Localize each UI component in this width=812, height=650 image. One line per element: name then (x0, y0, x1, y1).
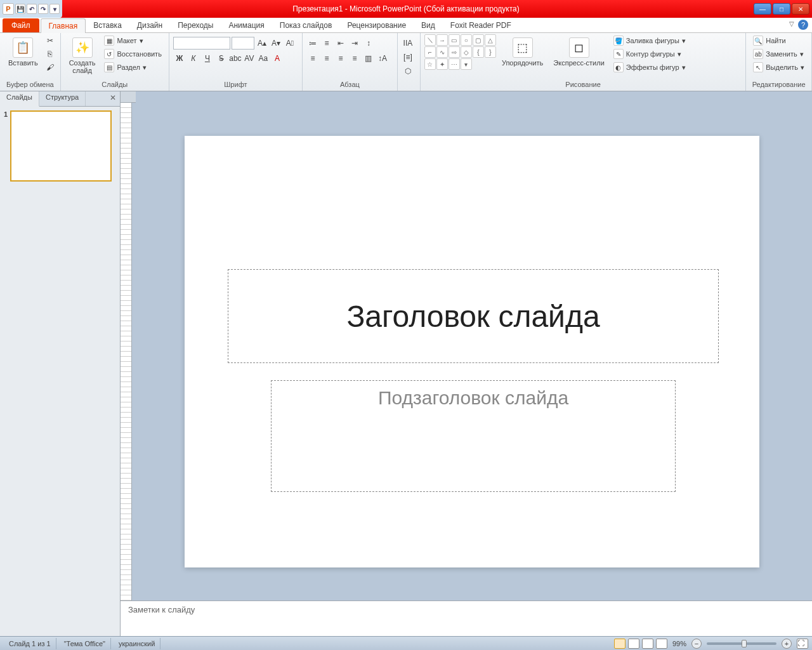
numbering-icon[interactable]: ≡ (320, 37, 333, 50)
shape-fill-button[interactable]: 🪣Заливка фигуры ▾ (610, 34, 689, 47)
left-panel-close-icon[interactable]: ✕ (106, 91, 120, 106)
shape-oval-icon[interactable]: ○ (461, 34, 472, 46)
minimize-button[interactable]: — (754, 3, 771, 15)
view-reading-icon[interactable] (642, 639, 653, 649)
minimize-ribbon-icon[interactable]: ▽ (789, 20, 794, 27)
thumbnail-item[interactable]: 1 (4, 110, 116, 182)
copy-icon[interactable]: ⎘ (44, 48, 56, 60)
format-painter-icon[interactable]: 🖌 (44, 61, 56, 74)
status-language[interactable]: украинский (114, 638, 160, 649)
help-icon[interactable]: ? (798, 20, 808, 30)
cut-icon[interactable]: ✂ (44, 34, 56, 47)
tab-design[interactable]: Дизайн (129, 18, 170, 32)
shape-star2-icon[interactable]: ✦ (436, 58, 448, 70)
tab-outline[interactable]: Структура (39, 91, 86, 106)
columns-icon[interactable]: ▥ (362, 52, 375, 65)
shape-effects-button[interactable]: ◐Эффекты фигур ▾ (610, 61, 689, 74)
bold-icon[interactable]: Ж (173, 52, 186, 65)
reset-button[interactable]: ↺Восстановить (101, 48, 164, 60)
align-right-icon[interactable]: ≡ (334, 52, 347, 65)
shape-connector-icon[interactable]: ⌐ (424, 46, 436, 58)
notes-pane[interactable]: Заметки к слайду (121, 600, 812, 636)
tab-transitions[interactable]: Переходы (170, 18, 221, 32)
shape-more-icon[interactable]: ⋯ (449, 58, 460, 70)
align-center-icon[interactable]: ≡ (320, 52, 333, 65)
font-color-icon[interactable]: A (271, 52, 284, 65)
bullets-icon[interactable]: ≔ (306, 37, 319, 50)
tab-review[interactable]: Рецензирование (339, 18, 414, 32)
shape-triangle-icon[interactable]: △ (485, 34, 496, 46)
arrange-button[interactable]: ⬚ Упорядочить (497, 34, 547, 70)
maximize-button[interactable]: □ (773, 3, 790, 15)
shape-brace-icon[interactable]: { (473, 46, 484, 58)
zoom-out-button[interactable]: − (691, 639, 702, 649)
zoom-slider-thumb[interactable] (742, 640, 747, 647)
view-normal-icon[interactable] (614, 639, 625, 649)
title-placeholder[interactable]: Заголовок слайда (228, 269, 719, 363)
subtitle-placeholder[interactable]: Подзаголовок слайда (271, 380, 676, 492)
shape-callout-icon[interactable]: ◇ (461, 46, 472, 58)
shape-star-icon[interactable]: ☆ (424, 58, 436, 70)
tab-slideshow[interactable]: Показ слайдов (272, 18, 340, 32)
char-spacing-icon[interactable]: AV (243, 52, 256, 65)
thumbnail-preview[interactable] (10, 110, 112, 182)
change-case-icon[interactable]: Aa (257, 52, 270, 65)
strikethrough-icon[interactable]: S̶ (215, 52, 228, 65)
tab-foxit[interactable]: Foxit Reader PDF (443, 18, 519, 32)
font-family-combo[interactable] (173, 37, 230, 50)
qat-customize-icon[interactable]: ▾ (49, 4, 60, 14)
section-button[interactable]: ▤Раздел ▾ (101, 61, 164, 74)
shape-brace2-icon[interactable]: } (485, 46, 496, 58)
justify-icon[interactable]: ≡ (348, 52, 361, 65)
line-spacing-icon[interactable]: ↕ (362, 37, 375, 50)
font-size-combo[interactable] (232, 37, 254, 50)
shrink-font-icon[interactable]: A▾ (270, 37, 282, 50)
close-button[interactable]: ✕ (792, 3, 809, 15)
layout-button[interactable]: ▦Макет ▾ (101, 34, 164, 47)
shape-arrow2-icon[interactable]: ⇨ (449, 46, 460, 58)
shape-rect-icon[interactable]: ▭ (449, 34, 460, 46)
shape-curve-icon[interactable]: ∿ (436, 46, 448, 58)
tab-view[interactable]: Вид (414, 18, 443, 32)
view-slideshow-icon[interactable] (656, 639, 667, 649)
zoom-in-button[interactable]: + (782, 639, 792, 649)
shadow-icon[interactable]: abc (229, 52, 242, 65)
tab-slides-thumbs[interactable]: Слайды (0, 91, 39, 107)
undo-icon[interactable]: ↶ (27, 4, 37, 14)
zoom-slider[interactable] (707, 642, 776, 645)
select-button[interactable]: ↖Выделить ▾ (750, 61, 808, 74)
find-button[interactable]: 🔍Найти (750, 34, 808, 47)
increase-indent-icon[interactable]: ⇥ (348, 37, 361, 50)
replace-button[interactable]: abЗаменить ▾ (750, 48, 808, 60)
save-icon[interactable]: 💾 (15, 4, 25, 14)
align-left-icon[interactable]: ≡ (306, 52, 319, 65)
tab-home[interactable]: Главная (41, 18, 86, 33)
text-direction-button[interactable]: IIA (402, 37, 414, 50)
shapes-gallery[interactable]: ＼ → ▭ ○ ▢ △ ⌐ ∿ ⇨ ◇ { } ☆ ✦ ⋯ ▾ (424, 34, 496, 70)
shape-line-icon[interactable]: ＼ (424, 34, 436, 46)
slide-canvas[interactable]: Заголовок слайда Подзаголовок слайда (185, 136, 759, 567)
express-styles-button[interactable]: ◻ Экспресс-стили (549, 34, 608, 70)
align-text-button[interactable]: [≡] (402, 51, 414, 63)
canvas-wrap[interactable]: Заголовок слайда Подзаголовок слайда (132, 103, 812, 600)
redo-icon[interactable]: ↷ (38, 4, 48, 14)
shape-outline-button[interactable]: ✎Контур фигуры ▾ (610, 48, 689, 60)
new-slide-button[interactable]: ✨ Создать слайд (65, 34, 100, 77)
underline-icon[interactable]: Ч (201, 52, 214, 65)
fit-to-window-icon[interactable]: ⛶ (797, 639, 808, 649)
shape-arrow-icon[interactable]: → (436, 34, 448, 46)
view-sorter-icon[interactable] (628, 639, 639, 649)
italic-icon[interactable]: К (187, 52, 200, 65)
text-direction-icon[interactable]: ↕A (376, 52, 389, 65)
app-icon[interactable]: P (3, 3, 14, 15)
tab-insert[interactable]: Вставка (86, 18, 129, 32)
shape-roundrect-icon[interactable]: ▢ (473, 34, 484, 46)
decrease-indent-icon[interactable]: ⇤ (334, 37, 347, 50)
tab-animation[interactable]: Анимация (221, 18, 272, 32)
smartart-button[interactable]: ⬡ (402, 65, 414, 77)
clear-format-icon[interactable]: Aͯ (284, 37, 296, 50)
grow-font-icon[interactable]: A▴ (256, 37, 268, 50)
paste-button[interactable]: 📋 Вставить (4, 34, 43, 70)
file-tab[interactable]: Файл (3, 18, 39, 32)
shape-expand-icon[interactable]: ▾ (461, 58, 472, 70)
